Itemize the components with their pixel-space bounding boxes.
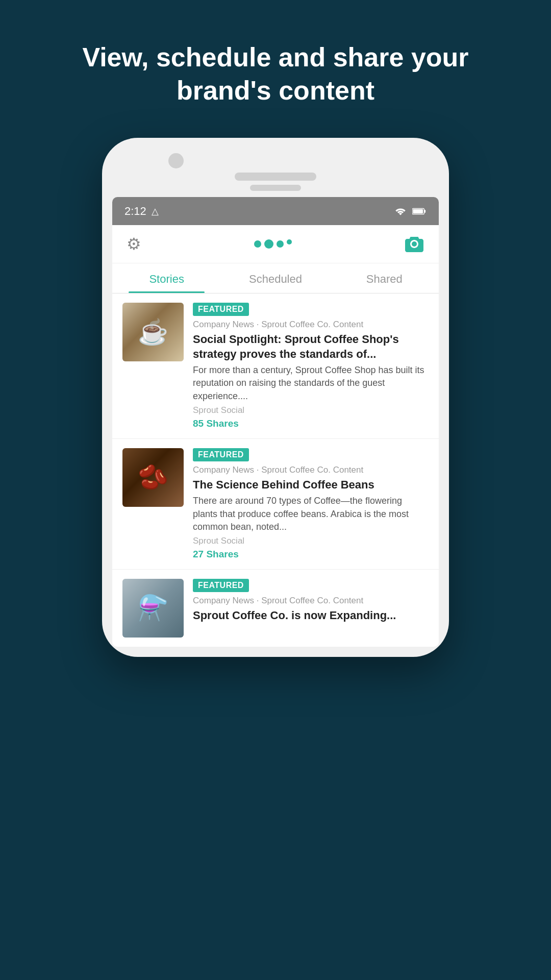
story-source-2: Sprout Social [193,536,429,546]
headline: View, schedule and share your brand's co… [0,0,551,138]
logo-dot-3 [277,240,284,248]
camera-icon[interactable] [404,236,424,252]
settings-icon[interactable]: ⚙ [127,234,141,254]
story-card-2[interactable]: FEATURED Company News · Sprout Coffee Co… [112,439,439,570]
tabs: Stories Scheduled Shared [112,263,439,293]
story-title-1: Social Spotlight: Sprout Coffee Shop's s… [193,332,429,361]
story-card-1[interactable]: FEATURED Company News · Sprout Coffee Co… [112,293,439,439]
svg-rect-1 [424,210,425,213]
story-thumbnail-2 [122,448,184,507]
story-excerpt-2: There are around 70 types of Coffee—the … [193,495,429,533]
phone-camera [168,153,184,168]
story-meta-2: Company News · Sprout Coffee Co. Content [193,465,429,475]
story-shares-1: 85 Shares [193,418,429,429]
story-source-1: Sprout Social [193,405,429,415]
svg-point-3 [412,241,417,247]
story-list: FEATURED Company News · Sprout Coffee Co… [112,293,439,647]
phone-top-decorations [112,153,439,191]
story-content-3: FEATURED Company News · Sprout Coffee Co… [193,579,429,638]
story-title-2: The Science Behind Coffee Beans [193,478,429,493]
featured-badge-3: FEATURED [193,579,249,592]
story-image-2 [122,448,184,507]
svg-rect-2 [413,209,423,213]
status-icons [394,206,427,217]
phone-mockup: 2:12 △ ⚙ [102,138,449,657]
story-title-3: Sprout Coffee Co. is now Expanding... [193,608,429,623]
story-shares-2: 27 Shares [193,549,429,560]
story-thumbnail-1 [122,303,184,361]
tab-shared[interactable]: Shared [330,263,439,293]
story-meta-3: Company News · Sprout Coffee Co. Content [193,596,429,606]
logo-dot-4 [287,239,292,244]
story-excerpt-1: For more than a century, Sprout Coffee S… [193,364,429,403]
app-indicator-icon: △ [152,206,159,217]
app-bar: ⚙ [112,225,439,263]
logo-dot-1 [254,240,261,248]
battery-icon [412,207,427,215]
status-time: 2:12 △ [124,205,159,218]
status-bar: 2:12 △ [112,197,439,225]
phone-screen: 2:12 △ ⚙ [112,197,439,647]
logo-dot-2 [264,239,273,249]
story-image-3 [122,579,184,638]
story-card-3[interactable]: FEATURED Company News · Sprout Coffee Co… [112,570,439,647]
story-thumbnail-3 [122,579,184,638]
phone-home-button [250,185,301,191]
story-image-1 [122,303,184,361]
story-content-2: FEATURED Company News · Sprout Coffee Co… [193,448,429,560]
app-logo [254,239,292,249]
story-meta-1: Company News · Sprout Coffee Co. Content [193,320,429,330]
featured-badge-1: FEATURED [193,303,249,316]
tab-scheduled[interactable]: Scheduled [221,263,330,293]
tab-stories[interactable]: Stories [112,263,221,293]
featured-badge-2: FEATURED [193,448,249,461]
phone-speaker [235,173,316,181]
wifi-icon [394,206,407,217]
story-content-1: FEATURED Company News · Sprout Coffee Co… [193,303,429,429]
